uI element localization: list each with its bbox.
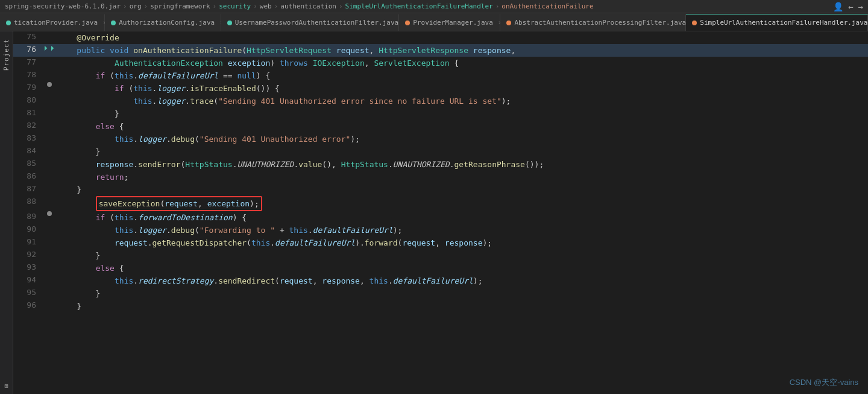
tab-dot: [692, 21, 697, 25]
code-line-96: 96 }: [13, 300, 868, 313]
top-bar-actions: 👤 ← →: [833, 2, 863, 11]
tab-usernamepassword[interactable]: UsernamePasswordAuthenticationFilter.jav…: [221, 14, 400, 31]
code-line-78: 78 if (this.defaultFailureUrl == null) {: [13, 69, 868, 82]
breakpoint-dot[interactable]: [47, 82, 52, 87]
tab-label: UsernamePasswordAuthenticationFilter.jav…: [235, 19, 399, 27]
tab-bar: ticationProvider.java × AuthorizationCon…: [0, 13, 868, 31]
code-line-90: 90 this.logger.debug("Forwarding to " + …: [13, 224, 868, 237]
code-line-77: 77 AuthenticationException exception) th…: [13, 57, 868, 69]
code-line-92: 92 }: [13, 249, 868, 262]
tab-label: AuthorizationConfig.java: [119, 19, 215, 27]
code-line-80: 80 this.logger.trace("Sending 401 Unauth…: [13, 95, 868, 107]
main-area: Project ⊞ 75 @Override 76 ⏵⏵ public void…: [0, 31, 868, 394]
watermark: CSDN @天空-vains: [790, 377, 858, 388]
side-panel: Project ⊞: [0, 31, 13, 394]
project-label: Project: [2, 39, 10, 71]
tab-providermanager[interactable]: ProviderManager.java ×: [399, 14, 500, 31]
code-line-81: 81 }: [13, 107, 868, 120]
code-line-75: 75 @Override: [13, 31, 868, 44]
code-line-89: 89 if (this.forwardToDestination) {: [13, 211, 868, 224]
tab-authconfig[interactable]: AuthorizationConfig.java ×: [105, 14, 221, 31]
tab-abstractfilter[interactable]: AbstractAuthenticationProcessingFilter.j…: [500, 14, 686, 31]
code-line-87: 87 }: [13, 183, 868, 196]
breakpoint-dot-89[interactable]: [47, 211, 52, 216]
breadcrumb-authentication: authentication: [280, 2, 336, 10]
tab-label: ticationProvider.java: [14, 19, 98, 27]
forward-icon[interactable]: →: [858, 2, 863, 11]
user-icon[interactable]: 👤: [833, 2, 843, 11]
code-line-93: 93 else {: [13, 262, 868, 275]
code-line-79: 79 if (this.logger.isTraceEnabled()) {: [13, 82, 868, 95]
code-line-95: 95 }: [13, 287, 868, 300]
code-line-94: 94 this.redirectStrategy.sendRedirect(re…: [13, 275, 868, 287]
tab-dot: [506, 21, 511, 25]
code-line-88: 88 saveException(request, exception);: [13, 196, 868, 211]
breadcrumb-method: onAuthenticationFailure: [502, 2, 593, 10]
code-line-83: 83 this.logger.debug("Sending 401 Unauth…: [13, 133, 868, 145]
tab-label: ProviderManager.java: [413, 19, 492, 27]
breadcrumb-web: web: [260, 2, 272, 10]
code-editor[interactable]: 75 @Override 76 ⏵⏵ public void onAuthent…: [13, 31, 868, 394]
code-line-76: 76 ⏵⏵ public void onAuthenticationFailur…: [13, 44, 868, 57]
breadcrumb-springframework: springframework: [150, 2, 210, 10]
debug-icon: ⏵⏵: [43, 44, 56, 52]
tab-simpleurlhandler[interactable]: SimpleUrlAuthenticationFailureHandler.ja…: [686, 14, 868, 31]
breadcrumb-bar: spring-security-web-6.1.0.jar › org › sp…: [0, 0, 868, 13]
back-icon[interactable]: ←: [848, 2, 853, 11]
breadcrumb-org: org: [130, 2, 142, 10]
tab-dot: [6, 21, 11, 25]
code-line-84: 84 }: [13, 145, 868, 158]
breadcrumb-class: SimpleUrlAuthenticationFailureHandler: [345, 2, 493, 10]
tab-dot: [405, 21, 410, 25]
tab-dot: [227, 21, 232, 25]
code-line-86: 86 return;: [13, 171, 868, 183]
tab-label: SimpleUrlAuthenticationFailureHandler.ja…: [700, 19, 867, 27]
breadcrumb-jar: spring-security-web-6.1.0.jar: [5, 2, 121, 10]
code-line-82: 82 else {: [13, 120, 868, 133]
code-line-91: 91 request.getRequestDispatcher(this.def…: [13, 237, 868, 249]
side-icon[interactable]: ⊞: [4, 383, 8, 389]
tab-label: AbstractAuthenticationProcessingFilter.j…: [514, 19, 686, 27]
tab-authprovider[interactable]: ticationProvider.java ×: [0, 14, 105, 31]
breadcrumb-security: security: [219, 2, 251, 10]
tab-dot: [111, 21, 116, 25]
code-line-85: 85 response.sendError(HttpStatus.UNAUTHO…: [13, 158, 868, 171]
